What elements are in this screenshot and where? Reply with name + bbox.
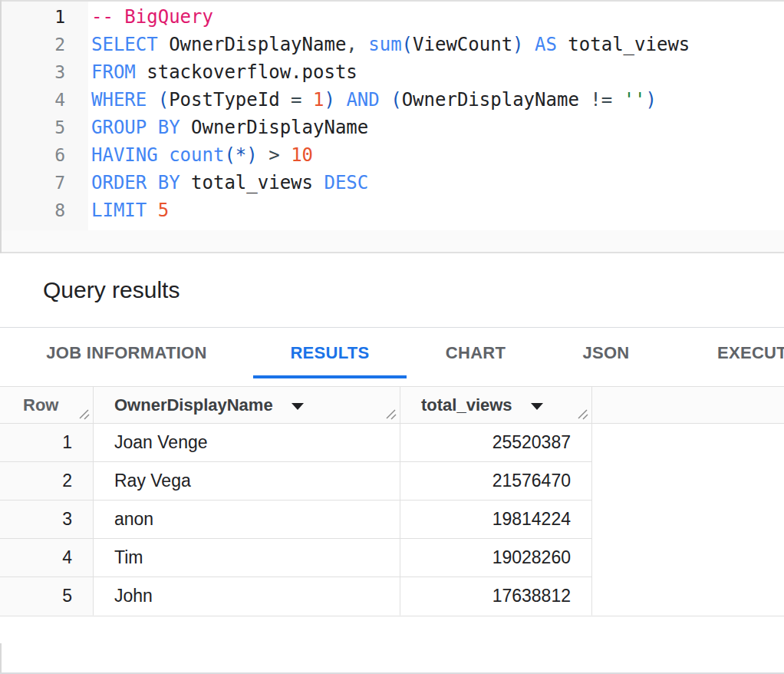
results-table: RowOwnerDisplayNametotal_views 1Joan Ven…: [0, 386, 784, 616]
code-token-paren: (: [390, 89, 401, 111]
code-token-paren: ): [512, 34, 523, 55]
tab-chart[interactable]: CHART: [407, 328, 545, 378]
code-token-id: PostTypeId: [169, 89, 280, 111]
cell-filler: [592, 424, 784, 462]
query-results-title: Query results: [0, 277, 180, 303]
cell-row-number: 3: [0, 501, 94, 539]
column-header-label: total_views: [421, 395, 512, 415]
column-dropdown-icon[interactable]: [531, 403, 543, 410]
code-token-paren: (: [402, 34, 413, 55]
line-number: 7: [0, 169, 65, 197]
cell-owner-display-name: anon: [94, 501, 400, 539]
column-dropdown-icon[interactable]: [292, 403, 304, 410]
table-body: 1Joan Venge255203872Ray Vega215764703ano…: [0, 424, 784, 616]
code-token-op: !=: [579, 89, 624, 111]
code-token-kw: AS: [535, 34, 557, 55]
code-token-num: 10: [291, 144, 313, 166]
active-tab-underline: [253, 375, 407, 378]
code-token-fn: sum: [368, 34, 401, 55]
cell-filler: [592, 501, 784, 539]
cell-row-number: 5: [0, 577, 94, 616]
line-number: 6: [0, 141, 65, 169]
code-token-kw: DESC: [313, 172, 368, 193]
cell-filler: [592, 539, 784, 577]
code-token-kw: ORDER BY: [91, 172, 180, 193]
code-token-fn: count: [169, 144, 224, 166]
column-resize-handle[interactable]: [78, 408, 91, 421]
tab-results[interactable]: RESULTS: [253, 328, 407, 378]
sql-editor[interactable]: 12345678 -- BigQuerySELECT OwnerDisplayN…: [0, 2, 784, 230]
cell-filler: [592, 577, 784, 616]
column-resize-handle[interactable]: [577, 408, 589, 421]
tab-label: JOB INFORMATION: [46, 343, 206, 363]
column-header-filler: [592, 387, 784, 423]
code-line: GROUP BY OwnerDisplayName: [91, 114, 784, 141]
code-line: WHERE (PostTypeId = 1) AND (OwnerDisplay…: [91, 86, 784, 114]
code-token-paren: (*): [224, 144, 257, 166]
tab-label: JSON: [582, 343, 629, 363]
code-token-paren: ): [324, 89, 334, 111]
editor-footer-band: [0, 230, 784, 253]
left-edge-divider-bottom: [0, 643, 2, 674]
code-token-id: [158, 144, 169, 166]
code-token-num: 5: [158, 200, 169, 221]
cell-owner-display-name: Joan Venge: [94, 424, 400, 462]
code-line: ORDER BY total_views DESC: [91, 169, 784, 197]
table-row: 3anon19814224: [0, 501, 784, 539]
code-token-kw: WHERE: [91, 89, 147, 111]
cell-filler: [592, 462, 784, 501]
line-number: 2: [0, 31, 65, 58]
query-results-header: Query results: [0, 253, 784, 328]
tab-executi[interactable]: EXECUTI: [667, 328, 784, 378]
table-header-row: RowOwnerDisplayNametotal_views: [0, 387, 784, 424]
cell-total-views: 19814224: [400, 501, 592, 539]
code-token-id: [335, 89, 346, 111]
table-row: 1Joan Venge25520387: [0, 424, 784, 462]
code-token-id: OwnerDisplayName: [158, 34, 347, 55]
results-tab-bar: JOB INFORMATIONRESULTSCHARTJSONEXECUTI: [0, 328, 784, 378]
code-token-id: OwnerDisplayName: [402, 89, 579, 111]
table-row: 5John17638812: [0, 577, 784, 616]
cell-owner-display-name: John: [94, 577, 400, 616]
column-header-ownerdisplayname[interactable]: OwnerDisplayName: [94, 387, 400, 423]
line-number: 1: [0, 3, 65, 31]
code-token-id: total_views: [557, 34, 690, 55]
cell-row-number: 4: [0, 539, 94, 577]
code-token-kw: FROM: [91, 61, 136, 83]
column-header-total-views[interactable]: total_views: [400, 387, 592, 423]
code-line: -- BigQuery: [91, 3, 784, 31]
cell-owner-display-name: Tim: [94, 539, 400, 577]
column-resize-handle[interactable]: [385, 408, 397, 421]
left-edge-divider: [0, 0, 2, 253]
bigquery-query-window: 12345678 -- BigQuerySELECT OwnerDisplayN…: [0, 0, 784, 674]
code-token-id: stackoverflow.posts: [136, 61, 357, 83]
code-token-kw: AND: [346, 89, 379, 111]
tab-json[interactable]: JSON: [545, 328, 667, 378]
cell-total-views: 19028260: [400, 539, 592, 577]
code-line: HAVING count(*) > 10: [91, 141, 784, 169]
cell-total-views: 17638812: [400, 577, 592, 616]
code-line: SELECT OwnerDisplayName, sum(ViewCount) …: [91, 31, 784, 58]
code-token-id: OwnerDisplayName: [180, 117, 369, 138]
code-token-kw: LIMIT: [91, 200, 147, 221]
line-number: 5: [0, 114, 65, 141]
code-token-id: [524, 34, 535, 55]
tab-label: RESULTS: [290, 343, 369, 363]
code-token-id: [380, 89, 390, 111]
code-token-kw: GROUP BY: [91, 117, 180, 138]
cell-row-number: 1: [0, 424, 94, 462]
table-row: 4Tim19028260: [0, 539, 784, 577]
cell-owner-display-name: Ray Vega: [94, 462, 400, 501]
code-token-paren: (: [158, 89, 169, 111]
line-number: 8: [0, 197, 65, 224]
line-number: 4: [0, 86, 65, 114]
editor-code[interactable]: -- BigQuerySELECT OwnerDisplayName, sum(…: [88, 2, 784, 230]
code-token-id: total_views: [180, 172, 313, 193]
tab-label: EXECUTI: [717, 343, 784, 363]
column-header-label: Row: [23, 395, 58, 415]
code-token-str: '': [624, 89, 646, 111]
tab-job-information[interactable]: JOB INFORMATION: [0, 328, 253, 378]
code-token-id: ViewCount: [413, 34, 512, 55]
code-token-kw: SELECT: [91, 34, 158, 55]
code-token-kw: HAVING: [91, 144, 158, 166]
